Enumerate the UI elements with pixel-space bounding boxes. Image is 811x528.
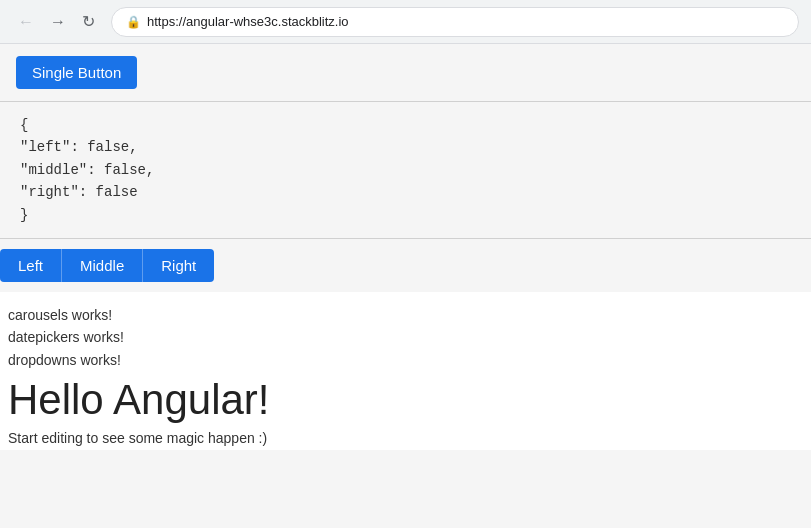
single-button-section: Single Button xyxy=(0,44,811,101)
json-line-1: { xyxy=(20,114,791,136)
back-button[interactable]: ← xyxy=(12,9,40,35)
middle-button[interactable]: Middle xyxy=(61,249,142,282)
button-group: Left Middle Right xyxy=(0,249,811,282)
json-line-2: "left": false, xyxy=(20,136,791,158)
url-text: https://angular-whse3c.stackblitz.io xyxy=(147,14,349,29)
content-wrapper: carousels works! datepickers works! drop… xyxy=(0,292,811,450)
carousels-text: carousels works! xyxy=(8,304,803,326)
text-section: carousels works! datepickers works! drop… xyxy=(4,292,807,450)
back-icon: ← xyxy=(18,13,34,31)
page-content: Single Button { "left": false, "middle":… xyxy=(0,44,811,528)
hello-heading: Hello Angular! xyxy=(8,375,803,425)
json-section: { "left": false, "middle": false, "right… xyxy=(0,102,811,238)
datepickers-text: datepickers works! xyxy=(8,326,803,348)
forward-button[interactable]: → xyxy=(44,9,72,35)
json-output: { "left": false, "middle": false, "right… xyxy=(20,114,791,226)
left-button[interactable]: Left xyxy=(0,249,61,282)
json-line-5: } xyxy=(20,204,791,226)
dropdowns-text: dropdowns works! xyxy=(8,349,803,371)
nav-buttons: ← → ↻ xyxy=(12,8,101,35)
lock-icon: 🔒 xyxy=(126,15,141,29)
refresh-icon: ↻ xyxy=(82,12,95,31)
forward-icon: → xyxy=(50,13,66,31)
button-group-section: Left Middle Right xyxy=(0,239,811,292)
browser-chrome: ← → ↻ 🔒 https://angular-whse3c.stackblit… xyxy=(0,0,811,44)
refresh-button[interactable]: ↻ xyxy=(76,8,101,35)
json-line-3: "middle": false, xyxy=(20,159,791,181)
address-bar[interactable]: 🔒 https://angular-whse3c.stackblitz.io xyxy=(111,7,799,37)
single-button[interactable]: Single Button xyxy=(16,56,137,89)
json-line-4: "right": false xyxy=(20,181,791,203)
start-editing-text: Start editing to see some magic happen :… xyxy=(8,430,803,446)
right-button[interactable]: Right xyxy=(142,249,214,282)
